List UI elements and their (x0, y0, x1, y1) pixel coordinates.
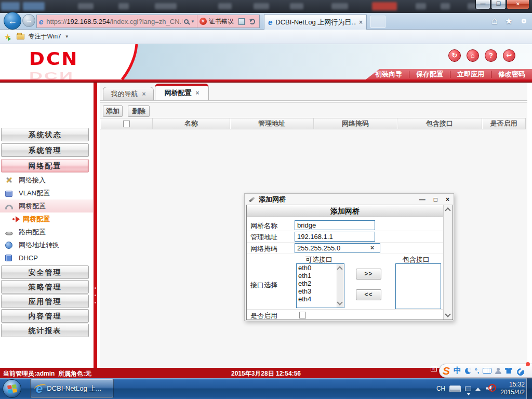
refresh-round-icon[interactable]: ↻ (448, 49, 461, 62)
fullwidth-moon-icon[interactable] (465, 368, 471, 374)
table-header: 名称 管理地址 网络掩码 包含接口 是否启用 (100, 118, 526, 129)
sogou-logo[interactable]: S (443, 365, 450, 377)
compatibility-view-icon[interactable] (238, 18, 245, 25)
scroll-up-icon[interactable] (445, 207, 450, 213)
dialog-minimize-icon[interactable]: — (419, 196, 425, 203)
scroll-down-icon[interactable] (337, 299, 342, 305)
netmask-input[interactable] (295, 243, 380, 253)
sidebar-item-system-status[interactable]: 系统状态 (1, 128, 89, 141)
sidebar-item-route-config[interactable]: 路由配置 (0, 225, 93, 238)
forward-button[interactable]: → (22, 14, 35, 27)
delete-button[interactable]: 删除 (128, 105, 150, 117)
browser-tab[interactable]: e DCBI-NetLog 上网行为日... × (264, 14, 367, 30)
home-round-icon[interactable]: ⌂ (467, 49, 479, 62)
favorites-item[interactable]: 专注于Win7 (28, 32, 61, 41)
search-icon[interactable] (184, 19, 189, 24)
globe-icon (5, 242, 12, 249)
back-button[interactable]: ← (4, 12, 21, 30)
scroll-down-icon[interactable] (445, 311, 450, 317)
tab-close-icon[interactable]: × (142, 90, 145, 98)
mgmt-address-input[interactable] (295, 232, 375, 242)
dialog-scrollbar[interactable] (443, 205, 453, 320)
add-button[interactable]: 添加 (103, 105, 123, 117)
keyboard-icon[interactable] (449, 385, 461, 392)
content-tab-my-navigation[interactable]: 我的导航× (103, 87, 154, 100)
save-config-button[interactable]: 保存配置 (409, 69, 450, 79)
soft-keyboard-icon[interactable] (483, 368, 491, 374)
gear-icon[interactable] (522, 19, 526, 23)
logout-round-icon[interactable]: ↩ (503, 49, 515, 62)
add-favorite-icon[interactable]: ★ (4, 32, 11, 42)
punctuation-icon[interactable]: °, (475, 367, 479, 375)
maximize-button[interactable]: ❐ (491, 0, 506, 9)
background-blob (155, 3, 177, 9)
field-row: 网桥名称 (247, 220, 443, 231)
sogou-status-icon[interactable]: K (431, 366, 437, 371)
move-left-button[interactable]: << (356, 289, 381, 300)
dialog-close-icon[interactable]: × (446, 196, 449, 203)
sidebar-item-vlan-config[interactable]: VLAN配置 (0, 187, 93, 200)
settings-wrench-icon[interactable] (516, 367, 523, 375)
favorites-star-icon[interactable]: ★ (505, 16, 513, 26)
enable-checkbox[interactable] (299, 312, 306, 318)
url-text[interactable]: https://192.168.5.254/index.cgi?lang=zh_… (46, 18, 182, 25)
sidebar-item-bridge-config-sub[interactable]: 网桥配置 (0, 212, 93, 225)
select-all-checkbox[interactable] (123, 121, 130, 127)
show-desktop-button[interactable] (526, 378, 532, 399)
bridge-name-input[interactable] (295, 220, 375, 230)
sidebar-item-dhcp[interactable]: DHCP (0, 251, 93, 264)
dialog-titlebar[interactable]: 添加网桥 — □ × (245, 194, 454, 205)
taskbar-ie-button[interactable]: e DCBI-NetLog 上... (30, 379, 114, 398)
address-dropdown-icon[interactable]: ▼ (191, 19, 195, 24)
browser-navbar: ← → e https://192.168.5.254/index.cgi?la… (0, 13, 532, 30)
tab-close-icon[interactable]: × (195, 89, 199, 97)
sidebar-item-network-config[interactable]: 网络配置 (1, 159, 89, 172)
tab-close-icon[interactable]: × (359, 19, 363, 26)
sidebar-item-policy-management[interactable]: 策略管理 (1, 280, 89, 294)
help-round-icon[interactable]: ? (485, 49, 497, 62)
netmask-label: 网络掩码 (250, 244, 277, 254)
scroll-up-icon[interactable] (337, 266, 342, 272)
minimize-button[interactable]: — (475, 0, 490, 9)
move-right-button[interactable]: >> (356, 269, 381, 280)
sidebar-item-security-management[interactable]: 安全管理 (1, 265, 89, 279)
new-tab-button[interactable] (370, 16, 385, 28)
list-scrollbar[interactable] (337, 264, 344, 308)
certificate-error-button[interactable]: ✕ 证书错误 (197, 15, 236, 28)
refresh-icon[interactable] (249, 19, 255, 24)
apply-now-button[interactable]: 立即应用 (450, 69, 491, 79)
content-tab-bridge-config[interactable]: 网桥配置× (155, 84, 209, 100)
chinese-mode-icon[interactable]: 中 (454, 366, 461, 376)
taskbar-clock[interactable]: 15:32 2015/4/2 (500, 381, 525, 396)
skin-icon[interactable] (505, 368, 512, 374)
sidebar-item-statistics-report[interactable]: 统计报表 (1, 324, 89, 337)
chevron-down-icon[interactable]: ▼ (65, 34, 69, 39)
home-icon[interactable]: ⌂ (491, 15, 497, 26)
clock-date: 2015/4/2 (500, 389, 525, 396)
favorites-bar: ★ 专注于Win7 ▼ (0, 30, 532, 44)
background-blob (254, 3, 269, 9)
background-blob (1, 2, 20, 10)
show-hidden-icons[interactable] (475, 385, 481, 391)
sidebar-item-bridge-config[interactable]: 网桥配置 (0, 200, 93, 212)
enable-row: 是否启用 (247, 309, 443, 321)
available-interfaces-list[interactable]: eth0 eth1 eth2 eth3 eth4 (296, 263, 344, 308)
sidebar-item-network-access[interactable]: 网络接入 (0, 174, 93, 187)
language-indicator[interactable]: CH (436, 385, 445, 392)
sidebar-item-app-management[interactable]: 应用管理 (1, 295, 89, 308)
close-button[interactable]: ✕ (507, 0, 529, 9)
address-bar[interactable]: e https://192.168.5.254/index.cgi?lang=z… (36, 15, 260, 28)
sidebar-item-content-management[interactable]: 内容管理 (1, 309, 89, 323)
language-bar-restore-icon[interactable] (465, 387, 471, 391)
included-interfaces-list[interactable] (395, 263, 441, 309)
clear-input-icon[interactable]: × (370, 244, 374, 251)
change-password-button[interactable]: 修改密码 (491, 69, 532, 79)
splitter[interactable] (94, 83, 97, 368)
dialog-maximize-icon[interactable]: □ (434, 196, 437, 203)
folder-icon[interactable] (17, 34, 24, 39)
sidebar-item-nat[interactable]: 网络地址转换 (0, 238, 93, 251)
start-button[interactable] (3, 379, 21, 398)
sidebar-item-system-management[interactable]: 系统管理 (1, 143, 89, 157)
volume-muted-icon[interactable] (485, 383, 496, 394)
account-icon[interactable] (495, 368, 501, 374)
